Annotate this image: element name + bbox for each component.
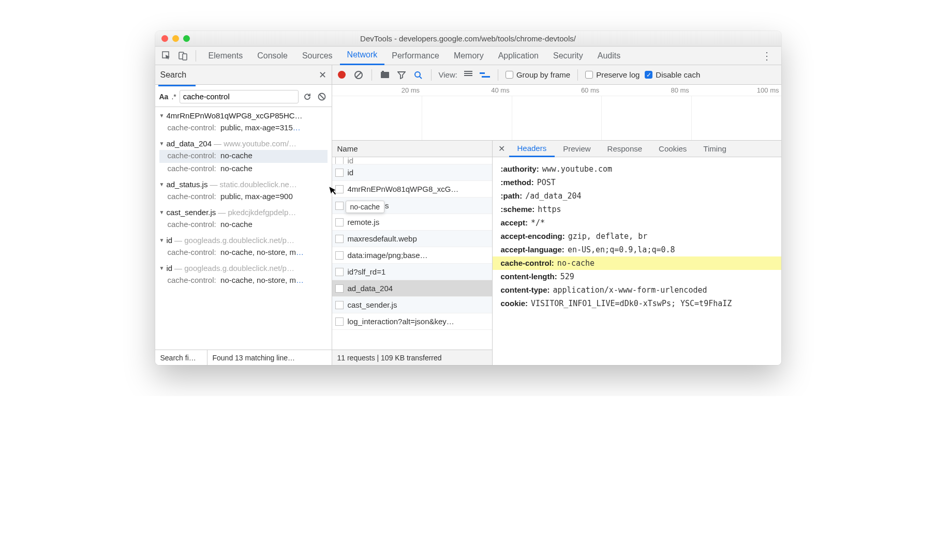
detail-tab-preview[interactable]: Preview <box>555 141 599 157</box>
table-row[interactable]: log_interaction?alt=json&key… <box>332 313 492 330</box>
close-detail-icon[interactable]: ✕ <box>495 144 509 154</box>
record-icon[interactable] <box>336 69 348 81</box>
header-line: :path:/ad_data_204 <box>501 189 773 203</box>
search-icon[interactable] <box>412 69 424 81</box>
network-toolbar: View: Group by frame Preserve log Disabl… <box>332 65 781 85</box>
search-result-group[interactable]: ▼ ad_status.js — static.doubleclick.ne… <box>159 178 328 191</box>
file-icon <box>335 317 344 326</box>
search-result-line[interactable]: cache-control: public, max-age=315… <box>159 122 328 135</box>
timeline-tick: 20 ms <box>332 85 422 96</box>
search-result-line[interactable]: cache-control: no-cache <box>159 163 328 176</box>
column-header-name[interactable]: Name <box>332 141 492 157</box>
timeline-tick: 40 ms <box>422 85 512 96</box>
svg-rect-2 <box>183 54 187 60</box>
tab-elements[interactable]: Elements <box>201 47 250 65</box>
device-toggle-icon[interactable] <box>176 49 190 63</box>
file-icon <box>335 235 344 243</box>
request-list-column: Name idid4mrRnEPnWo81qWPG8_xcG…ad_status… <box>332 141 493 365</box>
network-timeline[interactable]: 20 ms40 ms60 ms80 ms100 ms <box>332 85 781 141</box>
group-by-frame-checkbox[interactable]: Group by frame <box>506 70 570 79</box>
table-row[interactable]: remote.js <box>332 214 492 231</box>
svg-rect-8 <box>382 71 384 72</box>
window-title: DevTools - developers.google.com/web/too… <box>155 34 781 43</box>
tab-security[interactable]: Security <box>546 47 590 65</box>
regex-toggle[interactable]: .* <box>171 93 176 101</box>
large-rows-icon[interactable] <box>463 69 474 81</box>
table-row[interactable]: id <box>332 164 492 181</box>
filter-icon[interactable] <box>396 69 407 81</box>
search-result-line[interactable]: cache-control: no-cache <box>159 219 328 232</box>
table-row[interactable]: id <box>332 157 492 164</box>
search-result-line[interactable]: cache-control: no-cache, no-store, m… <box>159 247 328 260</box>
waterfall-icon[interactable] <box>479 69 491 81</box>
svg-rect-7 <box>381 72 389 78</box>
zoom-window-button[interactable] <box>183 35 190 42</box>
tooltip: no-cache <box>346 201 385 213</box>
search-result-line[interactable]: cache-control: no-cache <box>159 150 328 163</box>
detail-tab-response[interactable]: Response <box>599 141 651 157</box>
table-row[interactable]: data:image/png;base… <box>332 247 492 264</box>
header-line: accept:*/* <box>501 216 773 230</box>
header-line: :method:POST <box>501 176 773 189</box>
search-result-line[interactable]: cache-control: public, max-age=900 <box>159 191 328 204</box>
headers-body[interactable]: :authority:www.youtube.com:method:POST:p… <box>493 157 781 365</box>
refresh-icon[interactable] <box>302 91 313 102</box>
devtools-window: DevTools - developers.google.com/web/too… <box>155 31 781 365</box>
tab-audits[interactable]: Audits <box>590 47 628 65</box>
table-row[interactable]: ad_data_204 <box>332 280 492 297</box>
detail-tab-cookies[interactable]: Cookies <box>650 141 695 157</box>
preserve-log-checkbox[interactable]: Preserve log <box>585 70 640 79</box>
svg-point-9 <box>415 72 420 77</box>
minimize-window-button[interactable] <box>172 35 179 42</box>
table-row[interactable]: maxresdefault.webp <box>332 231 492 247</box>
search-header: Search ✕ <box>155 65 332 85</box>
screenshot-icon[interactable] <box>379 69 391 81</box>
file-icon <box>335 169 344 177</box>
search-result-group[interactable]: ▼ cast_sender.js — pkedcjkdefgpdelp… <box>159 206 328 219</box>
close-window-button[interactable] <box>161 35 168 42</box>
request-summary: 11 requests | 109 KB transferred <box>332 350 492 365</box>
search-result-group[interactable]: ▼ 4mrRnEPnWo81qWPG8_xcGP85HC… <box>159 109 328 122</box>
request-detail: ✕ HeadersPreviewResponseCookiesTiming :a… <box>493 141 781 365</box>
titlebar: DevTools - developers.google.com/web/too… <box>155 31 781 47</box>
search-panel: Search ✕ Aa .* ▼ 4mrRnEPnWo81qWPG8_xcGP8… <box>155 65 332 365</box>
tab-network[interactable]: Network <box>340 47 385 65</box>
detail-tab-headers[interactable]: Headers <box>509 141 555 157</box>
match-case-toggle[interactable]: Aa <box>159 93 169 101</box>
table-row[interactable]: cast_sender.js <box>332 297 492 313</box>
tab-sources[interactable]: Sources <box>295 47 340 65</box>
tab-memory[interactable]: Memory <box>447 47 491 65</box>
header-line: cookie:VISITOR_INFO1_LIVE=dDk0-xTswPs; Y… <box>501 297 773 310</box>
network-panel: View: Group by frame Preserve log Disabl… <box>332 65 781 365</box>
clear-log-icon[interactable] <box>353 69 364 81</box>
table-row[interactable]: id?slf_rd=1 <box>332 264 492 280</box>
search-result-group[interactable]: ▼ id — googleads.g.doubleclick.net/p… <box>159 262 328 275</box>
tab-performance[interactable]: Performance <box>384 47 447 65</box>
disable-cache-checkbox[interactable]: Disable cach <box>645 70 700 79</box>
search-results[interactable]: ▼ 4mrRnEPnWo81qWPG8_xcGP85HC… cache-cont… <box>155 107 332 350</box>
detail-tab-timing[interactable]: Timing <box>695 141 734 157</box>
search-input-row: Aa .* <box>155 86 332 107</box>
tab-application[interactable]: Application <box>491 47 546 65</box>
more-menu-icon[interactable]: ⋮ <box>756 50 777 62</box>
request-list[interactable]: idid4mrRnEPnWo81qWPG8_xcG…ad_status.jsre… <box>332 157 492 350</box>
header-line: :authority:www.youtube.com <box>501 162 773 176</box>
tab-console[interactable]: Console <box>250 47 295 65</box>
search-result-group[interactable]: ▼ ad_data_204 — www.youtube.com/… <box>159 137 328 150</box>
search-result-group[interactable]: ▼ id — googleads.g.doubleclick.net/p… <box>159 234 328 247</box>
close-icon[interactable]: ✕ <box>319 69 326 81</box>
search-result-line[interactable]: cache-control: no-cache, no-store, m… <box>159 275 328 287</box>
devtools-tabs: ElementsConsoleSourcesNetworkPerformance… <box>201 47 628 65</box>
search-title: Search <box>160 70 187 80</box>
header-line: accept-language:en-US,en;q=0.9,la;q=0.8 <box>501 243 773 256</box>
file-icon <box>335 185 344 193</box>
search-input[interactable] <box>180 90 299 103</box>
svg-line-10 <box>420 77 422 79</box>
clear-icon[interactable] <box>316 91 328 102</box>
svg-line-6 <box>356 72 361 78</box>
inspect-icon[interactable] <box>159 49 174 63</box>
file-icon <box>335 301 344 309</box>
table-row[interactable]: 4mrRnEPnWo81qWPG8_xcG… <box>332 181 492 198</box>
search-footer-right: Found 13 matching line… <box>207 354 332 362</box>
header-line: content-length:529 <box>501 270 773 283</box>
